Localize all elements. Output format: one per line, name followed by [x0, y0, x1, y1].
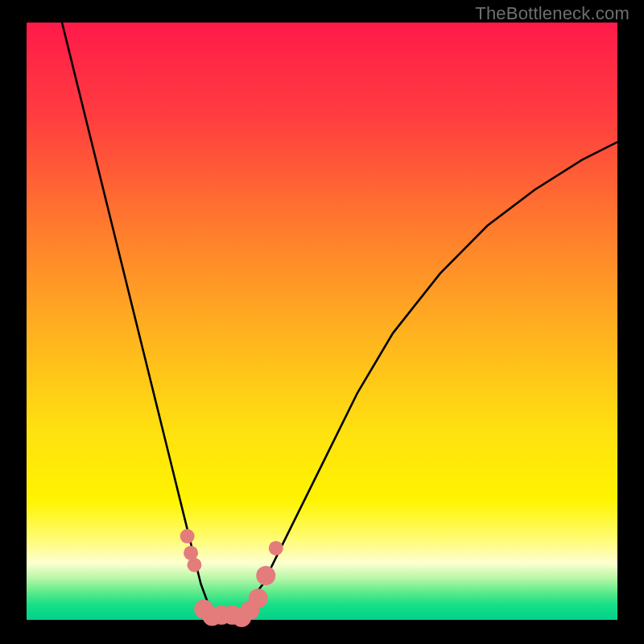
watermark-text: TheBottleneck.com: [475, 3, 630, 24]
curve-marker: [249, 588, 268, 608]
plot-background: [27, 23, 617, 620]
curve-marker: [180, 529, 195, 543]
bottleneck-chart: [0, 0, 644, 644]
curve-marker: [256, 566, 275, 585]
curve-marker: [269, 541, 283, 555]
chart-stage: TheBottleneck.com: [0, 0, 644, 644]
curve-marker: [187, 558, 201, 572]
